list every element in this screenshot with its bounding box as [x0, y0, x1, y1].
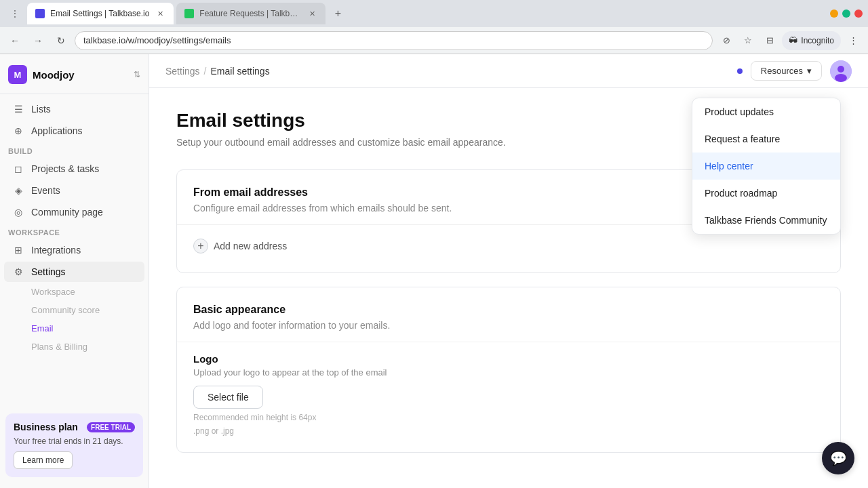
workspace-section-label: WORKSPACE — [0, 223, 149, 239]
sidebar-item-events[interactable]: ◈ Events — [4, 180, 144, 201]
chat-icon: 💬 — [830, 450, 847, 466]
sub-label-community-score: Community score — [31, 305, 100, 315]
tab-email-settings[interactable]: Email Settings | Talkbase.io ✕ — [27, 3, 174, 24]
tab-title-1: Email Settings | Talkbase.io — [50, 9, 149, 18]
settings-icon: ⚙ — [12, 266, 24, 278]
lists-icon: ☰ — [12, 103, 24, 115]
camera-off-icon: ⊘ — [717, 31, 736, 50]
svg-point-1 — [837, 66, 844, 73]
maximize-button[interactable] — [842, 9, 850, 18]
tab-favicon-1 — [35, 9, 45, 18]
online-status-dot — [737, 68, 743, 74]
tab-title-2: Feature Requests | Talkbase — [199, 9, 301, 18]
resources-dropdown: Product updates Request a feature Help c… — [692, 98, 841, 235]
learn-more-button[interactable]: Learn more — [14, 451, 73, 469]
file-hint-line1: Recommended min height is 64px — [193, 413, 824, 422]
logo-section: Logo Upload your logo to appear at the t… — [193, 353, 824, 436]
sidebar-header[interactable]: M Moodjoy ⇅ — [0, 60, 149, 89]
business-plan-banner: Business plan FREE TRIAL Your free trial… — [5, 413, 143, 477]
sidebar-item-settings[interactable]: ⚙ Settings — [4, 262, 144, 282]
breadcrumb-settings[interactable]: Settings — [165, 66, 200, 77]
tab-feature-requests[interactable]: Feature Requests | Talkbase ✕ — [176, 3, 326, 24]
dropdown-item-product-updates[interactable]: Product updates — [692, 98, 840, 125]
dropdown-item-community[interactable]: Talkbase Friends Community — [692, 207, 840, 234]
sidebar-label-community: Community page — [31, 207, 103, 218]
incognito-button[interactable]: 🕶 Incognito — [782, 31, 841, 50]
sidebar-chevron-icon: ⇅ — [134, 70, 140, 79]
divider-1 — [0, 94, 149, 94]
resources-label: Resources — [761, 66, 803, 76]
add-circle-icon: + — [193, 239, 208, 253]
dropdown-item-help-center[interactable]: Help center — [692, 152, 840, 180]
select-file-button[interactable]: Select file — [193, 386, 263, 409]
resources-chevron-icon: ▾ — [807, 66, 812, 76]
sidebar-label-settings: Settings — [31, 266, 66, 277]
community-icon: ◎ — [12, 206, 24, 218]
banner-text: Your free trial ends in 21 days. — [14, 436, 135, 446]
back-button[interactable]: ← — [5, 31, 24, 50]
tab-close-2[interactable]: ✕ — [307, 8, 317, 19]
tab-favicon-2 — [184, 9, 194, 18]
add-new-label: Add new address — [214, 241, 287, 251]
banner-title: Business plan — [14, 422, 78, 432]
appearance-title: Basic appearance — [193, 304, 824, 316]
banner-badge: FREE TRIAL — [87, 422, 135, 432]
projects-icon: ◻ — [12, 163, 24, 175]
forward-button[interactable]: → — [28, 31, 47, 50]
sidebar-label-projects: Projects & tasks — [31, 163, 99, 174]
sidebar-item-applications[interactable]: ⊕ Applications — [4, 121, 144, 141]
resources-button[interactable]: Resources ▾ — [751, 61, 822, 81]
minimize-button[interactable] — [830, 9, 838, 18]
breadcrumb-separator: / — [204, 66, 207, 77]
build-section-label: BUILD — [0, 142, 149, 158]
sidebar-sub-workspace[interactable]: Workspace — [4, 283, 144, 300]
top-bar: Settings / Email settings Resources ▾ — [149, 54, 868, 88]
add-new-address-button[interactable]: + Add new address — [193, 236, 824, 256]
sidebar-item-integrations[interactable]: ⊞ Integrations — [4, 240, 144, 260]
appearance-desc: Add logo and footer information to your … — [193, 320, 824, 331]
address-bar[interactable]: talkbase.io/w/moodjoy/settings/emails — [75, 31, 713, 50]
sidebar-item-lists[interactable]: ☰ Lists — [4, 99, 144, 119]
dropdown-item-product-roadmap[interactable]: Product roadmap — [692, 180, 840, 207]
sidebar-sub-email[interactable]: Email — [4, 320, 144, 337]
split-view-icon[interactable]: ⊟ — [760, 31, 779, 50]
sidebar-label-applications: Applications — [31, 125, 83, 136]
browser-menu-icon[interactable]: ⋮ — [844, 31, 863, 50]
sidebar: M Moodjoy ⇅ ☰ Lists ⊕ Applications BUILD… — [0, 54, 149, 488]
sidebar-item-community[interactable]: ◎ Community page — [4, 202, 144, 222]
sub-label-email: Email — [31, 323, 54, 333]
incognito-label: Incognito — [801, 36, 834, 45]
bookmark-icon[interactable]: ☆ — [738, 31, 757, 50]
integrations-icon: ⊞ — [12, 244, 24, 256]
new-tab-button[interactable]: + — [328, 4, 347, 23]
user-avatar[interactable] — [830, 60, 852, 82]
sidebar-label-lists: Lists — [31, 104, 51, 115]
sidebar-sub-plans[interactable]: Plans & Billing — [4, 338, 144, 355]
chat-button[interactable]: 💬 — [822, 442, 854, 474]
sidebar-label-events: Events — [31, 185, 60, 196]
close-button[interactable] — [854, 9, 863, 18]
events-icon: ◈ — [12, 184, 24, 197]
app-logo: M — [8, 65, 27, 84]
app-name: Moodjoy — [33, 69, 128, 81]
sidebar-sub-community-score[interactable]: Community score — [4, 302, 144, 319]
file-hint-line2: .png or .jpg — [193, 426, 824, 436]
sub-label-workspace: Workspace — [31, 287, 75, 297]
breadcrumb-current: Email settings — [210, 66, 269, 77]
dropdown-item-request-feature[interactable]: Request a feature — [692, 125, 840, 152]
refresh-button[interactable]: ↻ — [52, 31, 71, 50]
address-text: talkbase.io/w/moodjoy/settings/emails — [83, 35, 231, 45]
window-menu[interactable]: ⋮ — [5, 4, 24, 23]
tab-close-1[interactable]: ✕ — [155, 8, 165, 19]
applications-icon: ⊕ — [12, 125, 24, 137]
sidebar-item-projects[interactable]: ◻ Projects & tasks — [4, 159, 144, 179]
sub-label-plans: Plans & Billing — [31, 342, 87, 352]
appearance-section: Basic appearance Add logo and footer inf… — [176, 287, 841, 453]
svg-point-2 — [835, 74, 847, 82]
sidebar-label-integrations: Integrations — [31, 245, 81, 256]
breadcrumb: Settings / Email settings — [165, 66, 729, 77]
logo-desc: Upload your logo to appear at the top of… — [193, 367, 824, 378]
logo-title: Logo — [193, 353, 824, 365]
